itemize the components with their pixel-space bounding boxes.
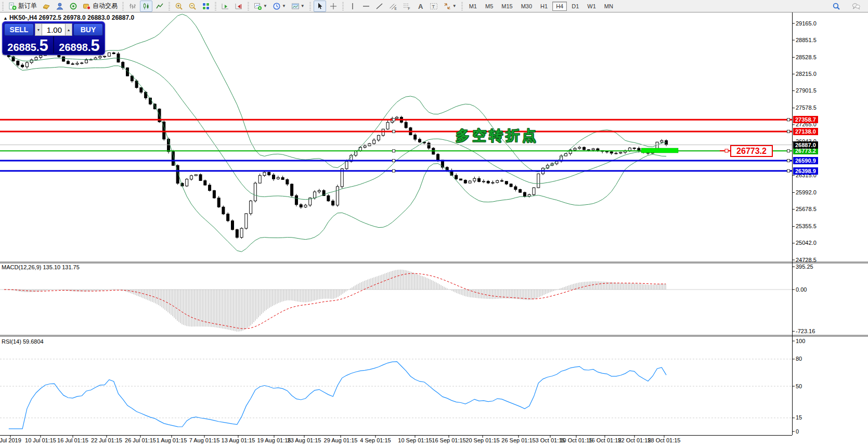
timeframe-h4-button[interactable]: H4 <box>552 2 567 11</box>
market-button[interactable] <box>40 1 53 12</box>
macd-tick-label: 0.00 <box>796 286 807 293</box>
chart-annotation-text[interactable]: 多空转折点 <box>456 126 539 145</box>
date-tick-label: 28 Oct 01:15 <box>642 437 686 443</box>
sell-price: 26885.5 <box>3 36 53 53</box>
candlestick-chart-button[interactable] <box>140 1 152 12</box>
price-line-label: 27358.7 <box>793 116 818 123</box>
toolbar-grip <box>309 2 311 10</box>
autoscroll-button[interactable] <box>219 1 231 12</box>
horizontal-line-tool-button[interactable] <box>360 1 372 12</box>
search-button[interactable] <box>830 1 843 12</box>
trendline-icon <box>375 2 384 10</box>
chart-shift-icon <box>235 2 243 10</box>
price-tick-label: 29165.0 <box>796 20 817 27</box>
toolbar-button-label: 新订单 <box>18 2 37 10</box>
line-chart-button[interactable] <box>153 1 166 12</box>
highlight-rectangle[interactable] <box>641 148 678 153</box>
signal-icon <box>69 2 77 10</box>
market-icon <box>42 2 50 10</box>
line-handle <box>393 169 395 172</box>
label-tool-button[interactable]: T <box>427 1 440 12</box>
arrows-tool-button[interactable]: ▼ <box>441 1 459 12</box>
timeframe-m30-button[interactable]: M30 <box>517 2 536 11</box>
line-handle <box>393 119 395 121</box>
line-handle <box>393 130 395 133</box>
price-tick-label: 28215.0 <box>796 71 817 77</box>
cursor-icon <box>316 2 324 10</box>
autotrade-icon <box>83 2 91 10</box>
price-tick-label: 28851.5 <box>796 37 817 44</box>
volume-increase-button[interactable]: ▲ <box>65 23 72 36</box>
vline-icon <box>348 2 357 10</box>
price-line-label: 26398.9 <box>793 167 818 175</box>
chat-button[interactable] <box>850 1 862 12</box>
timeframe-w1-button[interactable]: W1 <box>584 2 600 11</box>
trendline-tool-button[interactable] <box>373 1 386 12</box>
timeframe-m5-button[interactable]: M5 <box>482 2 497 11</box>
bar-chart-button[interactable] <box>126 1 139 12</box>
volume-input[interactable]: 1.00 <box>42 23 65 36</box>
timeframe-mn-button[interactable]: MN <box>601 2 617 11</box>
main-chart-canvas[interactable] <box>0 0 868 446</box>
zoom-out-button[interactable] <box>186 1 199 12</box>
zoom-in-icon <box>175 2 183 10</box>
sell-button[interactable]: SELL <box>4 23 34 36</box>
date-tick-label: 4 Sep 01:15 <box>354 437 397 443</box>
toolbar-button-label: 自动交易 <box>93 2 118 10</box>
chevron-down-icon: ▼ <box>301 4 305 8</box>
toolbar-grip <box>122 2 124 10</box>
toolbar-grip <box>169 2 170 10</box>
timeframe-m1-button[interactable]: M1 <box>465 2 481 11</box>
rsi-indicator-label: RSI(14) 59.6804 <box>2 338 44 345</box>
price-line-label: 27138.0 <box>793 128 818 135</box>
price-tick-label: 24728.5 <box>796 257 817 264</box>
tile-windows-icon <box>202 2 210 10</box>
line-handle <box>393 159 395 162</box>
price-tick-label: 25355.5 <box>796 223 817 230</box>
chevron-down-icon: ▼ <box>282 4 286 8</box>
horizontal-price-lines <box>0 119 792 172</box>
line-handle <box>787 119 790 121</box>
volume-decrease-button[interactable]: ▼ <box>35 23 42 36</box>
autotrading-button[interactable]: 自动交易 <box>81 1 120 12</box>
zoom-in-button[interactable] <box>173 1 185 12</box>
rsi-tick-label: 15 <box>796 414 802 421</box>
timeframe-h1-button[interactable]: H1 <box>537 2 551 11</box>
macd-indicator-label: MACD(12,26,9) 135.10 131.75 <box>2 264 80 270</box>
text-tool-button[interactable]: A <box>414 1 426 12</box>
rsi-tick-label: 50 <box>796 383 802 390</box>
tile-windows-button[interactable] <box>200 1 212 12</box>
line-handle <box>787 169 790 172</box>
new-order-button[interactable]: 新订单 <box>6 1 39 12</box>
arrows-icon <box>443 2 451 10</box>
profiles-button[interactable] <box>54 1 66 12</box>
vertical-line-tool-button[interactable] <box>346 1 359 12</box>
collapse-triangle-icon: ▲ <box>3 16 8 21</box>
toolbar-grip <box>342 2 344 10</box>
hline-icon <box>362 2 370 10</box>
zoom-out-icon <box>188 2 197 10</box>
timeframe-d1-button[interactable]: D1 <box>568 2 582 11</box>
svg-text:A: A <box>418 2 423 10</box>
channel-tool-button[interactable]: E <box>387 1 399 12</box>
timeframe-m15-button[interactable]: M15 <box>498 2 516 11</box>
price-tick-label: 28528.5 <box>796 54 817 61</box>
current-price-label: 26887.0 <box>793 141 818 149</box>
cursor-tool-button[interactable] <box>314 1 326 12</box>
price-tag-label[interactable]: 26773.2 <box>730 145 773 157</box>
bollinger-bands <box>9 14 666 252</box>
periods-button[interactable]: ▼ <box>270 1 288 12</box>
chart-shift-button[interactable] <box>232 1 245 12</box>
buy-button[interactable]: BUY <box>73 23 103 36</box>
crosshair-tool-button[interactable] <box>327 1 340 12</box>
price-line-label: 26590.9 <box>793 157 818 164</box>
macd-tick-label: 395.25 <box>796 264 813 270</box>
templates-button[interactable]: ▼ <box>289 1 307 12</box>
new-chart-button[interactable]: ▼ <box>252 1 269 12</box>
line-handle <box>787 159 790 162</box>
rsi-tick-label: 0 <box>796 428 799 435</box>
rsi-tick-label: 80 <box>796 356 802 362</box>
toolbar-grip <box>2 2 4 10</box>
signals-button[interactable] <box>67 1 80 12</box>
fibonacci-tool-button[interactable]: F <box>400 1 413 12</box>
